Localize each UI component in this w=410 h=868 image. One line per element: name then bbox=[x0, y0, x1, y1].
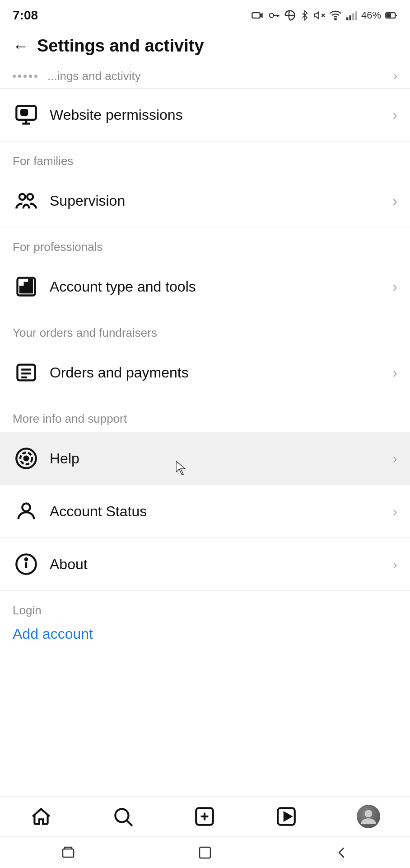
help-label: Help bbox=[50, 450, 392, 467]
svg-rect-10 bbox=[346, 17, 348, 20]
menu-item-about[interactable]: About › bbox=[0, 538, 410, 591]
monitor-permissions-icon bbox=[13, 101, 40, 128]
svg-rect-26 bbox=[29, 280, 33, 292]
chevron-right-icon: › bbox=[392, 193, 397, 209]
page-title: Settings and activity bbox=[37, 36, 204, 56]
home-icon bbox=[30, 805, 52, 828]
reels-icon bbox=[275, 805, 298, 828]
recent-apps-button[interactable] bbox=[59, 844, 77, 862]
profile-avatar bbox=[357, 805, 380, 828]
orders-payments-label: Orders and payments bbox=[50, 364, 392, 381]
add-account-button[interactable]: Add account bbox=[13, 626, 93, 642]
bottom-navigation bbox=[0, 796, 410, 836]
nav-search[interactable] bbox=[107, 805, 139, 828]
signal-icon bbox=[346, 9, 358, 22]
menu-item-help[interactable]: Help › bbox=[0, 432, 410, 485]
svg-marker-45 bbox=[284, 813, 291, 821]
back-system-button[interactable] bbox=[333, 844, 351, 862]
supervision-label: Supervision bbox=[50, 193, 392, 209]
svg-rect-24 bbox=[20, 287, 23, 292]
status-time: 7:08 bbox=[13, 8, 38, 23]
back-btn-icon bbox=[333, 844, 351, 862]
svg-rect-25 bbox=[25, 283, 28, 292]
chevron-right-icon: › bbox=[392, 503, 397, 520]
svg-rect-20 bbox=[21, 110, 27, 115]
chevron-right-icon: › bbox=[392, 278, 397, 295]
svg-point-2 bbox=[270, 13, 274, 17]
section-label-orders: Your orders and fundraisers bbox=[0, 313, 410, 346]
mute-icon bbox=[313, 9, 325, 22]
menu-item-orders-payments[interactable]: Orders and payments › bbox=[0, 346, 410, 399]
help-icon bbox=[13, 445, 40, 472]
recent-apps-icon bbox=[59, 844, 77, 862]
system-navigation bbox=[0, 836, 410, 868]
wifi-icon bbox=[329, 9, 342, 22]
partial-item-text: ...ings and activity bbox=[47, 69, 141, 83]
svg-rect-0 bbox=[252, 13, 260, 18]
nav-home[interactable] bbox=[25, 805, 57, 828]
svg-point-46 bbox=[365, 810, 373, 817]
battery-level: 46% bbox=[361, 9, 381, 21]
partial-top-item: ...ings and activity › bbox=[0, 64, 410, 89]
home-system-button[interactable] bbox=[196, 844, 214, 862]
nav-profile[interactable] bbox=[352, 805, 385, 828]
section-label-families: For families bbox=[0, 142, 410, 175]
about-icon bbox=[13, 551, 40, 578]
back-button[interactable]: ← bbox=[13, 37, 29, 56]
chevron-right-icon: › bbox=[392, 450, 397, 467]
svg-point-22 bbox=[27, 194, 33, 200]
home-btn-icon bbox=[196, 844, 214, 862]
svg-rect-13 bbox=[355, 11, 357, 20]
svg-point-34 bbox=[22, 504, 30, 511]
nav-reels[interactable] bbox=[270, 805, 302, 828]
partial-dots bbox=[13, 75, 37, 78]
about-label: About bbox=[50, 556, 392, 573]
account-type-icon bbox=[13, 273, 40, 300]
login-section: Login Add account bbox=[0, 591, 410, 649]
camera-icon bbox=[251, 9, 264, 22]
svg-rect-16 bbox=[387, 13, 391, 17]
svg-point-39 bbox=[115, 809, 128, 822]
website-permissions-label: Website permissions bbox=[50, 107, 392, 123]
supervision-icon bbox=[13, 187, 40, 214]
menu-item-account-status[interactable]: Account Status › bbox=[0, 485, 410, 538]
menu-item-account-type[interactable]: Account type and tools › bbox=[0, 260, 410, 313]
account-status-label: Account Status bbox=[50, 503, 392, 520]
svg-line-40 bbox=[127, 821, 132, 826]
nav-create[interactable] bbox=[189, 805, 220, 828]
avatar-icon bbox=[357, 805, 380, 828]
menu-item-website-permissions[interactable]: Website permissions › bbox=[0, 89, 410, 142]
create-icon bbox=[193, 805, 216, 828]
account-type-label: Account type and tools bbox=[50, 278, 392, 295]
svg-point-21 bbox=[19, 194, 25, 200]
bluetooth-icon bbox=[300, 9, 310, 22]
svg-point-9 bbox=[335, 18, 336, 20]
battery-icon bbox=[385, 9, 397, 22]
status-icons: 46% bbox=[251, 9, 397, 22]
status-bar: 7:08 46% bbox=[0, 0, 410, 27]
chevron-right-icon: › bbox=[392, 364, 397, 381]
menu-item-supervision[interactable]: Supervision › bbox=[0, 175, 410, 227]
svg-rect-47 bbox=[63, 849, 74, 857]
vpn-icon bbox=[284, 9, 296, 22]
svg-point-33 bbox=[24, 457, 28, 461]
orders-icon bbox=[13, 359, 40, 386]
svg-rect-12 bbox=[352, 14, 354, 20]
section-label-professionals: For professionals bbox=[0, 227, 410, 260]
login-section-label: Login bbox=[13, 604, 397, 618]
svg-marker-6 bbox=[314, 12, 319, 19]
section-label-support: More info and support bbox=[0, 399, 410, 432]
page-header: ← Settings and activity bbox=[0, 27, 410, 64]
svg-rect-11 bbox=[349, 15, 351, 20]
search-icon bbox=[112, 805, 134, 828]
key-icon bbox=[267, 9, 280, 22]
chevron-right-icon: › bbox=[392, 556, 397, 573]
account-status-icon bbox=[13, 498, 40, 525]
svg-point-37 bbox=[25, 558, 27, 560]
chevron-right-icon: › bbox=[392, 107, 397, 123]
svg-rect-51 bbox=[200, 847, 210, 858]
